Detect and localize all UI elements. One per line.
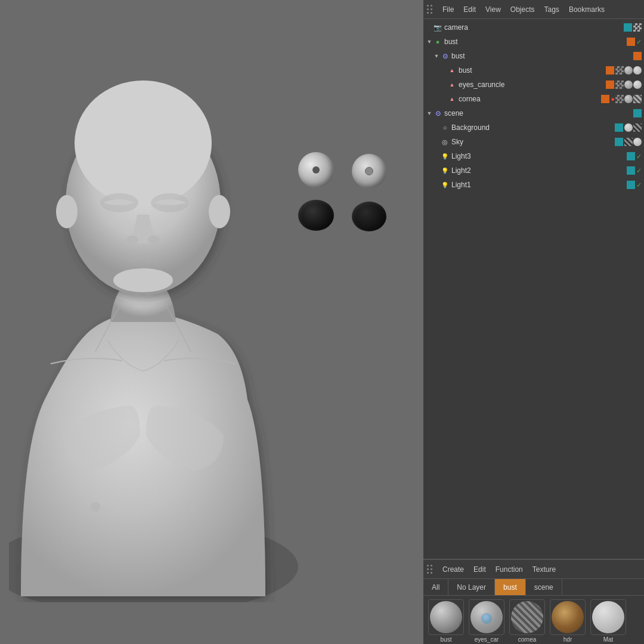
menu-tags[interactable]: Tags [542, 4, 562, 15]
bust-mesh-label: bust [459, 66, 605, 75]
bust-root-label: bust [444, 38, 626, 46]
mat-menu-function[interactable]: Function [493, 564, 525, 575]
light1-icon: 💡 [440, 180, 450, 190]
mat-img-bust [428, 599, 464, 635]
svg-point-10 [91, 502, 100, 512]
bust-lod-label: bust [451, 52, 632, 60]
no-arrow-sky [433, 138, 440, 145]
tree-row-light2[interactable]: 💡 Light2 ✓ [423, 163, 644, 178]
scene-icon: ⊙ [433, 109, 442, 118]
light3-label: Light3 [451, 152, 626, 160]
mat-menu-create[interactable]: Create [440, 564, 466, 575]
bust-mat-1 [615, 66, 624, 75]
sky-icon: ◎ [440, 137, 450, 147]
material-panel: Create Edit Function Texture All No Laye… [423, 559, 644, 644]
mat-card-hdr[interactable]: hdr [549, 599, 587, 643]
cornea-red-dot: ● [611, 95, 615, 103]
panel-grip [427, 5, 433, 14]
menu-objects[interactable]: Objects [508, 4, 537, 15]
tree-row-background[interactable]: ○ Background [423, 120, 644, 135]
sphere-cornea [511, 601, 543, 633]
tab-all[interactable]: All [423, 579, 448, 595]
light2-icon: 💡 [440, 166, 450, 175]
bg-mat-film [633, 123, 642, 132]
mat-card-cornea[interactable]: cornea [508, 599, 546, 643]
svg-point-11 [186, 502, 196, 512]
tree-row-bust-lod[interactable]: ▼ ⊙ bust [423, 49, 644, 63]
dark-sphere-right [352, 202, 386, 231]
eye-sphere-left [298, 152, 334, 188]
material-tabs: All No Layer bust scene [423, 579, 644, 596]
menu-view[interactable]: View [483, 4, 503, 15]
sphere-hdr [552, 601, 584, 633]
bust-mesh-tag [606, 66, 614, 75]
cornea-tag [601, 95, 609, 103]
tree-row-scene[interactable]: ▼ ⊙ scene [423, 106, 644, 120]
svg-point-3 [56, 195, 78, 228]
sky-mat-film [624, 138, 633, 146]
no-arrow-3 [440, 95, 447, 103]
bust-root-arrow: ▼ [426, 38, 433, 45]
cornea-mat-1 [615, 95, 624, 103]
no-arrow-bg [433, 124, 440, 131]
eyes-icon: ▲ [447, 80, 457, 89]
svg-point-7 [126, 236, 138, 244]
camera-label: camera [444, 23, 623, 32]
cornea-mat-2 [624, 95, 633, 103]
menu-file[interactable]: File [440, 4, 456, 15]
mat-card-eyes-car[interactable]: eyes_car [467, 599, 506, 643]
camera-tag-cyan [624, 23, 632, 32]
sphere-gray [430, 601, 462, 633]
eyes-tag [606, 80, 614, 89]
light1-tag [627, 181, 635, 189]
mat-card-bust[interactable]: bust [427, 599, 465, 643]
object-manager-header: File Edit View Objects Tags Bookmarks [423, 0, 644, 19]
light3-check: ✓ [636, 153, 642, 160]
light3-tag [627, 152, 635, 160]
right-panel: File Edit View Objects Tags Bookmarks 📷 … [423, 0, 644, 644]
cornea-mat-3 [633, 95, 642, 103]
tree-row-light3[interactable]: 💡 Light3 ✓ [423, 149, 644, 163]
bust-lod-icon: ⊙ [440, 51, 450, 61]
tree-row-bust-root[interactable]: ▼ ● bust ✓ [423, 35, 644, 49]
svg-point-4 [209, 195, 230, 228]
tree-no-arrow [426, 24, 433, 31]
background-tag [615, 123, 623, 132]
mat-label-default: Mat [589, 636, 627, 643]
material-thumbnails-row: bust eyes_car cornea [423, 596, 644, 644]
no-arrow-l3 [433, 153, 440, 160]
camera-icon: 📷 [433, 23, 442, 32]
light2-tag [627, 166, 635, 175]
viewport-3d[interactable] [0, 0, 423, 644]
mat-menu-texture[interactable]: Texture [530, 564, 558, 575]
sphere-eyes [470, 601, 503, 633]
bg-mat-sphere [624, 123, 633, 132]
tree-row-sky[interactable]: ◎ Sky [423, 135, 644, 149]
tree-row-bust-mesh[interactable]: ▲ bust [423, 63, 644, 78]
mat-img-default [590, 599, 626, 635]
tree-row-light1[interactable]: 💡 Light1 ✓ [423, 178, 644, 192]
light1-label: Light1 [451, 181, 626, 189]
mat-menu-edit[interactable]: Edit [471, 564, 488, 575]
tree-row-eyes-caruncle[interactable]: ▲ eyes_caruncle [423, 78, 644, 92]
sky-tag [615, 138, 623, 146]
menu-edit[interactable]: Edit [461, 4, 478, 15]
sky-mat-sphere [633, 138, 642, 146]
light3-icon: 💡 [440, 151, 450, 161]
eyes-caruncle-label: eyes_caruncle [459, 80, 605, 89]
no-arrow-l1 [433, 181, 440, 188]
tab-scene[interactable]: scene [526, 579, 562, 595]
tab-bust[interactable]: bust [495, 579, 526, 595]
scene-label: scene [444, 109, 632, 117]
menu-bookmarks[interactable]: Bookmarks [566, 4, 607, 15]
svg-point-8 [148, 236, 160, 244]
mat-label-cornea: cornea [508, 636, 546, 643]
tab-no-layer[interactable]: No Layer [448, 579, 495, 595]
tree-row-cornea[interactable]: ▲ cornea ● [423, 92, 644, 106]
mat-card-default[interactable]: Mat [589, 599, 627, 643]
material-panel-header: Create Edit Function Texture [423, 560, 644, 579]
object-tree[interactable]: 📷 camera ▼ ● bust ✓ ▼ ⊙ bust ▲ bust [423, 19, 644, 290]
tree-row-camera[interactable]: 📷 camera [423, 20, 644, 35]
svg-point-9 [113, 268, 173, 292]
eyes-mat-3 [633, 80, 642, 89]
